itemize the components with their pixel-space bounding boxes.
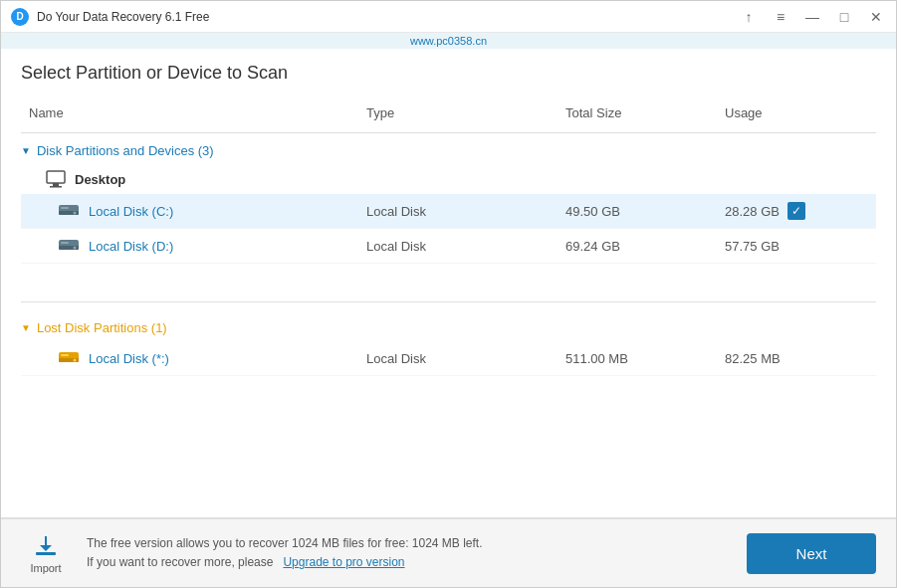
- svg-rect-1: [53, 183, 59, 186]
- svg-rect-2: [50, 186, 62, 188]
- table-header: Name Type Total Size Usage: [21, 94, 876, 133]
- import-label: Import: [30, 562, 61, 574]
- col-usage: Usage: [717, 101, 876, 124]
- collapse-arrow-lost: ▼: [21, 322, 31, 333]
- col-name: Name: [21, 101, 358, 124]
- import-button[interactable]: Import: [21, 532, 71, 574]
- menu-button[interactable]: ≡: [771, 7, 790, 27]
- disk-d-label: Local Disk (D:): [89, 239, 173, 254]
- watermark-text: www.pc0358.cn: [410, 35, 487, 47]
- window-controls: ↑ ≡ — □ ✕: [739, 7, 886, 27]
- col-total-size: Total Size: [558, 101, 717, 124]
- col-type: Type: [358, 101, 558, 124]
- disk-partitions-section[interactable]: ▼ Disk Partitions and Devices (3): [21, 133, 876, 164]
- section-divider: [21, 301, 876, 302]
- svg-rect-6: [61, 207, 69, 209]
- disk-c-usage: 28.28 GB: [717, 202, 876, 220]
- bottom-text-area: The free version allows you to recover 1…: [87, 534, 731, 572]
- disk-lost-type: Local Disk: [358, 351, 558, 366]
- disk-lost-name-cell: Local Disk (*:): [57, 349, 358, 367]
- bottom-bar: Import The free version allows you to re…: [1, 517, 896, 587]
- svg-point-5: [74, 212, 77, 215]
- minimize-button[interactable]: —: [802, 7, 822, 27]
- disk-section-label: Disk Partitions and Devices: [37, 143, 194, 158]
- table-container: Name Type Total Size Usage ▼ Disk Partit…: [1, 94, 896, 517]
- next-button[interactable]: Next: [747, 533, 876, 574]
- drive-lost-icon: [57, 349, 81, 367]
- lost-section-count: (1): [151, 320, 167, 335]
- page-title-bar: Select Partition or Device to Scan: [1, 49, 896, 94]
- desktop-label: Desktop: [75, 172, 125, 187]
- svg-point-13: [74, 359, 77, 362]
- disk-lost-label: Local Disk (*:): [89, 351, 169, 366]
- disk-d-type: Local Disk: [358, 239, 558, 254]
- drive-d-icon: [57, 237, 81, 255]
- disk-row-d[interactable]: Local Disk (D:) Local Disk 69.24 GB 57.7…: [21, 229, 876, 264]
- maximize-button[interactable]: □: [834, 7, 854, 27]
- free-version-text: The free version allows you to recover 1…: [87, 534, 731, 553]
- disk-row-lost[interactable]: Local Disk (*:) Local Disk 511.00 MB 82.…: [21, 341, 876, 376]
- watermark-bar: www.pc0358.cn: [1, 33, 896, 49]
- disk-c-name-cell: Local Disk (C:): [57, 202, 358, 220]
- disk-d-name-cell: Local Disk (D:): [57, 237, 358, 255]
- disk-row-c[interactable]: Local Disk (C:) Local Disk 49.50 GB 28.2…: [21, 194, 876, 229]
- page-title: Select Partition or Device to Scan: [21, 63, 876, 84]
- disk-c-label: Local Disk (C:): [89, 204, 173, 219]
- up-button[interactable]: ↑: [739, 7, 759, 27]
- svg-point-9: [74, 247, 77, 250]
- disk-lost-usage: 82.25 MB: [717, 351, 876, 366]
- lost-partitions-section[interactable]: ▼ Lost Disk Partitions (1): [21, 310, 876, 341]
- svg-marker-17: [40, 545, 52, 551]
- desktop-name: Desktop: [45, 170, 358, 188]
- disk-c-checkbox[interactable]: [787, 202, 805, 220]
- window-title: Do Your Data Recovery 6.1 Free: [37, 10, 739, 24]
- upgrade-prefix: If you want to recover more, please: [87, 555, 273, 569]
- lost-section-label: Lost Disk Partitions: [37, 320, 147, 335]
- disk-section-count: (3): [198, 143, 214, 158]
- main-window: D Do Your Data Recovery 6.1 Free ↑ ≡ — □…: [0, 0, 897, 588]
- svg-rect-15: [36, 552, 56, 555]
- disk-d-usage: 57.75 GB: [717, 239, 876, 254]
- disk-d-total: 69.24 GB: [558, 239, 717, 254]
- title-bar: D Do Your Data Recovery 6.1 Free ↑ ≡ — □…: [1, 1, 896, 33]
- disk-c-type: Local Disk: [358, 204, 558, 219]
- svg-rect-0: [47, 171, 65, 183]
- app-icon: D: [11, 8, 29, 26]
- close-button[interactable]: ✕: [866, 7, 886, 27]
- import-icon: [32, 532, 60, 560]
- collapse-arrow-disk: ▼: [21, 145, 31, 156]
- disk-c-total: 49.50 GB: [558, 204, 717, 219]
- upgrade-text-row: If you want to recover more, please Upgr…: [87, 553, 731, 572]
- monitor-icon: [45, 170, 67, 188]
- disk-lost-total: 511.00 MB: [558, 351, 717, 366]
- upgrade-link[interactable]: Upgrade to pro version: [283, 555, 404, 569]
- desktop-device-header: Desktop: [21, 164, 876, 194]
- svg-rect-14: [61, 354, 69, 356]
- svg-rect-10: [61, 242, 69, 244]
- drive-c-icon: [57, 202, 81, 220]
